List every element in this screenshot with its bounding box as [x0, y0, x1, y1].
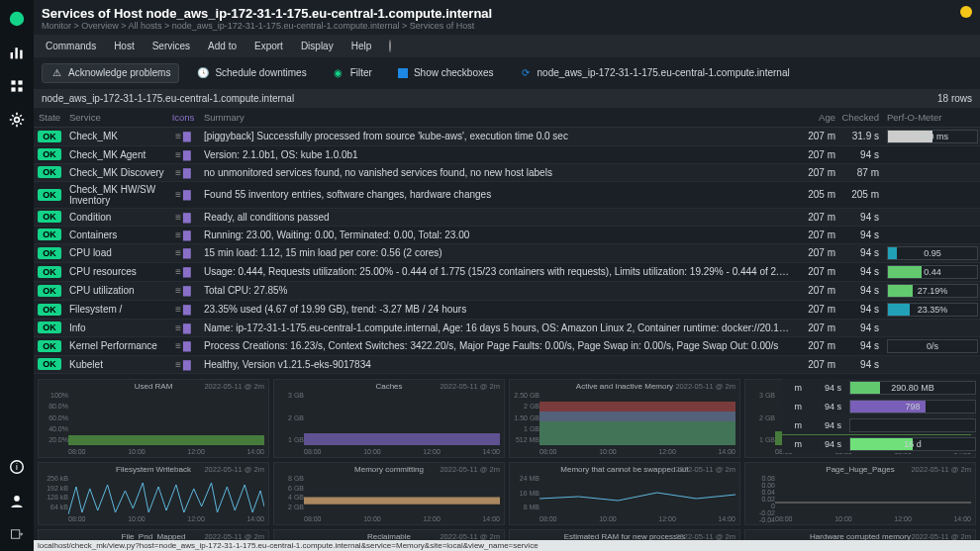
graph-icon[interactable]: ▇: [183, 230, 191, 240]
col-summary[interactable]: Summary: [200, 112, 792, 123]
perfometer[interactable]: [849, 418, 976, 432]
service-name[interactable]: Check_MK Agent: [63, 149, 166, 160]
perfometer[interactable]: 0.95: [887, 246, 978, 260]
perfometer[interactable]: 23.35%: [887, 303, 978, 317]
table-row[interactable]: OKCheck_MK Discovery≡ ▇no unmonitored se…: [34, 164, 980, 182]
ack-button[interactable]: ⚠Acknowledge problems: [42, 63, 179, 83]
tb-addto[interactable]: Add to: [200, 37, 245, 55]
graph-icon[interactable]: ▇: [183, 189, 191, 200]
perfometer[interactable]: 20.0 ms: [887, 130, 978, 143]
tb-host[interactable]: Host: [106, 37, 143, 55]
chart-panel[interactable]: Used RAM2022-05-11 @ 2m100%80.0%60.0%40.…: [38, 379, 269, 458]
perfometer[interactable]: 0.44: [887, 265, 978, 279]
menu-icon[interactable]: ≡: [175, 247, 180, 258]
chart-panel[interactable]: Memory that cannot be swapped out2022-05…: [509, 462, 740, 525]
table-row[interactable]: m94 s: [782, 416, 976, 434]
chart-panel[interactable]: Active and Inactive Memory2022-05-11 @ 2…: [509, 379, 740, 458]
gear-icon[interactable]: [8, 111, 26, 129]
graph-icon[interactable]: ▇: [183, 149, 191, 160]
row-icons[interactable]: ≡ ▇: [166, 247, 200, 258]
menu-icon[interactable]: ≡: [175, 285, 180, 296]
host-link[interactable]: ⟳node_aws_ip-172-31-1-175.eu-central-1.c…: [512, 64, 798, 82]
table-row[interactable]: OKContainers≡ ▇Running: 23.00, Waiting: …: [34, 227, 980, 244]
row-icons[interactable]: ≡ ▇: [166, 359, 200, 370]
tb-refresh[interactable]: [381, 37, 399, 55]
menu-icon[interactable]: ≡: [175, 131, 180, 141]
col-age[interactable]: Age: [792, 112, 835, 123]
logo-icon[interactable]: [8, 10, 26, 28]
chart-panel[interactable]: Page_Huge_Pages2022-05-11 @ 2m0.080.060.…: [744, 462, 976, 525]
table-row[interactable]: m94 s290.80 MB: [782, 379, 976, 397]
perfometer[interactable]: 27.19%: [887, 284, 978, 298]
graph-icon[interactable]: ▇: [183, 340, 191, 351]
table-row[interactable]: OKCPU utilization≡ ▇Total CPU: 27.85%207…: [34, 282, 980, 301]
col-perf[interactable]: Perf-O-Meter: [879, 112, 978, 123]
service-name[interactable]: Check_MK Discovery: [63, 167, 166, 178]
tb-commands[interactable]: Commands: [38, 37, 104, 55]
row-icons[interactable]: ≡ ▇: [166, 304, 200, 315]
tb-services[interactable]: Services: [145, 37, 198, 55]
table-row[interactable]: OKCheck_MK Agent≡ ▇Version: 2.1.0b1, OS:…: [34, 146, 980, 164]
graph-icon[interactable]: ▇: [183, 212, 191, 223]
menu-icon[interactable]: ≡: [175, 167, 180, 178]
row-icons[interactable]: ≡ ▇: [166, 149, 200, 160]
service-name[interactable]: Info: [63, 322, 166, 333]
service-name[interactable]: Check_MK: [63, 131, 166, 141]
row-icons[interactable]: ≡ ▇: [166, 189, 200, 200]
menu-icon[interactable]: ≡: [175, 189, 180, 200]
checkboxes-button[interactable]: Show checkboxes: [390, 64, 502, 81]
table-row[interactable]: OKCPU load≡ ▇15 min load: 1.12, 15 min l…: [34, 244, 980, 263]
info-icon[interactable]: i: [8, 458, 26, 476]
table-row[interactable]: m94 s798: [782, 398, 976, 415]
perfometer[interactable]: 798: [849, 400, 976, 413]
tb-export[interactable]: Export: [246, 37, 291, 55]
perfometer[interactable]: 290.80 MB: [849, 381, 976, 395]
table-row[interactable]: m94 s16 d: [782, 435, 976, 453]
collapse-icon[interactable]: [8, 525, 26, 543]
menu-icon[interactable]: ≡: [175, 322, 180, 333]
table-row[interactable]: OKCheck_MK≡ ▇[piggyback] Successfully pr…: [34, 128, 980, 146]
graph-icon[interactable]: ▇: [183, 359, 191, 370]
service-name[interactable]: Kubelet: [63, 359, 166, 370]
row-icons[interactable]: ≡ ▇: [166, 131, 200, 141]
graph-icon[interactable]: ▇: [183, 322, 191, 333]
row-icons[interactable]: ≡ ▇: [166, 167, 200, 178]
user-icon[interactable]: [8, 492, 26, 509]
row-icons[interactable]: ≡ ▇: [166, 212, 200, 223]
perfometer[interactable]: 16 d: [849, 437, 976, 451]
service-name[interactable]: Condition: [63, 212, 166, 223]
col-icons[interactable]: Icons: [166, 112, 200, 123]
tb-display[interactable]: Display: [293, 37, 342, 55]
graph-icon[interactable]: ▇: [183, 131, 191, 141]
table-row[interactable]: OKFilesystem /≡ ▇23.35% used (4.67 of 19…: [34, 301, 980, 320]
menu-icon[interactable]: ≡: [175, 340, 180, 351]
col-checked[interactable]: Checked: [835, 112, 879, 123]
menu-icon[interactable]: ≡: [175, 212, 180, 223]
table-row[interactable]: OKCPU resources≡ ▇Usage: 0.444, Requests…: [34, 263, 980, 282]
service-name[interactable]: Check_MK HW/SW Inventory: [63, 184, 166, 206]
menu-icon[interactable]: ≡: [175, 304, 180, 315]
service-name[interactable]: Kernel Performance: [63, 340, 166, 351]
graph-icon[interactable]: ▇: [183, 266, 191, 277]
row-icons[interactable]: ≡ ▇: [166, 340, 200, 351]
breadcrumb[interactable]: Monitor > Overview > All hosts > node_aw…: [42, 21, 972, 31]
tb-help[interactable]: Help: [343, 37, 380, 55]
menu-icon[interactable]: ≡: [175, 266, 180, 277]
table-row[interactable]: OKKernel Performance≡ ▇Process Creations…: [34, 337, 980, 356]
row-icons[interactable]: ≡ ▇: [166, 322, 200, 333]
graph-icon[interactable]: ▇: [183, 167, 191, 178]
service-name[interactable]: CPU utilization: [63, 285, 166, 296]
service-name[interactable]: Filesystem /: [63, 304, 166, 315]
service-name[interactable]: Containers: [63, 230, 166, 240]
monitor-icon[interactable]: [8, 44, 26, 61]
table-row[interactable]: OKKubelet≡ ▇Healthy, Version v1.21.5-eks…: [34, 356, 980, 374]
graph-icon[interactable]: ▇: [183, 285, 191, 296]
menu-icon[interactable]: ≡: [175, 230, 180, 240]
alert-indicator-icon[interactable]: [960, 6, 972, 18]
apps-icon[interactable]: [8, 77, 26, 95]
filter-button[interactable]: ◉Filter: [325, 64, 380, 82]
row-icons[interactable]: ≡ ▇: [166, 266, 200, 277]
graph-icon[interactable]: ▇: [183, 247, 191, 258]
chart-panel[interactable]: Filesystem Writeback2022-05-11 @ 2m256 k…: [38, 462, 269, 525]
service-name[interactable]: CPU load: [63, 247, 166, 258]
